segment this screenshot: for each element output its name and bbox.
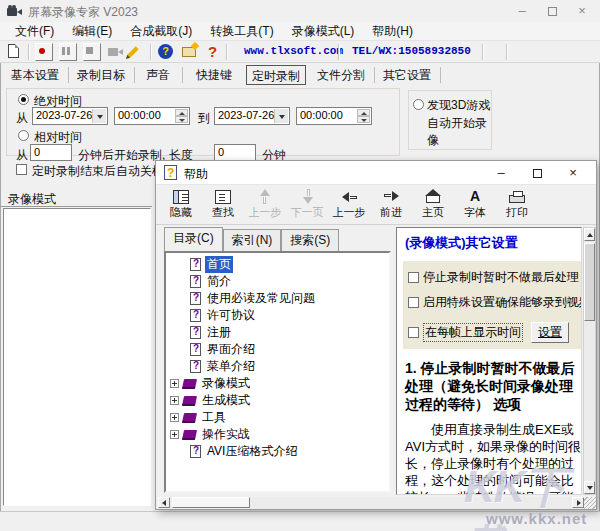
hide-button[interactable]: 隐藏 (160, 187, 202, 223)
scroll-right-icon[interactable] (572, 497, 584, 508)
horizontal-scroll-thumb[interactable] (172, 497, 250, 508)
new-file-icon[interactable] (4, 43, 24, 61)
website-link[interactable]: www.tlxsoft.com (244, 45, 343, 57)
tree-item[interactable]: 工具 (168, 409, 389, 426)
home-button[interactable]: 主页 (412, 187, 454, 223)
forward-button[interactable]: 前进 (370, 187, 412, 223)
tree-item[interactable]: 首页 (168, 256, 389, 273)
date-from-combobox[interactable]: 2023-07-26 (32, 107, 108, 125)
main-toolbar: ? ? www.tlxsoft.com TEL/WX:15058932850 (0, 41, 600, 63)
tree-item[interactable]: 录像模式 (168, 375, 389, 392)
resize-grip[interactable] (584, 497, 596, 509)
record-mode-listbox[interactable] (3, 208, 151, 506)
option3-checkbox (408, 327, 419, 338)
main-minimize-button[interactable]: – (508, 0, 536, 22)
absolute-time-radio[interactable] (18, 94, 29, 105)
help-dialog: 帮助 – × 隐藏 查找 上一步 下一页 上 (155, 160, 597, 510)
relative-time-radio[interactable] (18, 130, 29, 141)
scroll-up-icon[interactable] (584, 228, 595, 241)
help-contents-tree[interactable]: 首页 简介 使用必读及常见问题 许可协议 注册 界面介绍 菜单介绍 录像模式 生… (164, 251, 391, 493)
register-icon[interactable] (180, 43, 200, 61)
locate-button[interactable]: 查找 (202, 187, 244, 223)
shutdown-checkbox[interactable] (16, 164, 27, 175)
help-question-icon[interactable]: ? (204, 43, 224, 61)
help-dialog-icon (164, 165, 177, 180)
menu-capture[interactable]: 合成截取(J) (121, 22, 201, 41)
content-vertical-scrollbar[interactable] (583, 227, 596, 495)
toolbar-separator (28, 44, 29, 60)
tab-record-target[interactable]: 录制目标 (72, 65, 130, 85)
expand-plus-icon[interactable] (170, 379, 179, 388)
tree-item[interactable]: 注册 (168, 324, 389, 341)
scroll-down-icon[interactable] (584, 481, 595, 494)
record-icon[interactable] (34, 43, 54, 61)
tab-timed-recording[interactable]: 定时录制 (246, 65, 306, 85)
horizontal-scrollbar[interactable] (158, 497, 584, 509)
tree-item[interactable]: 界面介绍 (168, 341, 389, 358)
tab-sound[interactable]: 声音 (138, 65, 178, 85)
tab-index[interactable]: 索引(N) (223, 229, 282, 251)
tab-contents[interactable]: 目录(C) (164, 227, 223, 251)
menu-file[interactable]: 文件(F) (6, 22, 63, 41)
toolbar-separator (482, 44, 483, 60)
tab-file-split[interactable]: 文件分割 (312, 65, 370, 85)
tree-item[interactable]: AVI压缩格式介绍 (168, 443, 389, 460)
menu-convert-tools[interactable]: 转换工具(T) (201, 22, 282, 41)
web-help-icon[interactable]: ? (156, 43, 176, 61)
scroll-left-icon[interactable] (158, 497, 170, 508)
help-content-pane[interactable]: (录像模式)其它设置 停止录制时暂时不做最后处理 (避免长时 启用特殊设置确保能… (396, 227, 582, 495)
printer-icon (509, 188, 525, 205)
date-to-combobox[interactable]: 2023-07-26 (214, 107, 290, 125)
dropdown-arrow-icon[interactable] (92, 109, 106, 123)
tree-item[interactable]: 使用必读及常见问题 (168, 290, 389, 307)
print-button[interactable]: 打印 (496, 187, 538, 223)
app-camera-icon (7, 6, 22, 16)
game3d-label-line2: 自动开始录像 (427, 115, 491, 149)
time-to-spinner[interactable]: 00:00:00 (296, 107, 372, 125)
help-maximize-button[interactable] (522, 162, 552, 183)
tab-other-settings[interactable]: 其它设置 (378, 65, 436, 85)
tree-item[interactable]: 操作实战 (168, 426, 389, 443)
toolbar-separator (506, 44, 507, 60)
book-icon (182, 396, 197, 406)
tree-item[interactable]: 简介 (168, 273, 389, 290)
expand-plus-icon[interactable] (170, 396, 179, 405)
tab-hotkeys[interactable]: 快捷键 (190, 65, 238, 85)
expand-plus-icon[interactable] (170, 430, 179, 439)
menu-help[interactable]: 帮助(H) (363, 22, 422, 41)
dropdown-arrow-icon[interactable] (274, 109, 288, 123)
spinner-buttons[interactable] (175, 109, 188, 123)
relative-from-input[interactable]: 0 (30, 144, 72, 161)
option-row: 停止录制时暂时不做最后处理 (避免长时 (408, 269, 582, 286)
help-toolbar: 隐藏 查找 上一步 下一页 上一步 前进 (156, 185, 596, 225)
tree-item[interactable]: 菜单介绍 (168, 358, 389, 375)
option-row: 在每帧上显示时间 设置 (408, 322, 569, 343)
help-topic-icon (190, 258, 201, 271)
font-button[interactable]: A 字体 (454, 187, 496, 223)
right-arrow-icon (384, 188, 399, 205)
menu-edit[interactable]: 编辑(E) (63, 22, 121, 41)
content-heading: (录像模式)其它设置 (405, 234, 579, 252)
pen-icon[interactable] (128, 43, 148, 61)
toolbar-separator (338, 44, 339, 60)
tree-item[interactable]: 生成模式 (168, 392, 389, 409)
relative-length-input[interactable]: 0 (214, 144, 256, 161)
time-from-spinner[interactable]: 00:00:00 (114, 107, 190, 125)
game3d-radio[interactable] (413, 99, 424, 110)
back-button[interactable]: 上一步 (328, 187, 370, 223)
main-maximize-button[interactable] (538, 0, 566, 22)
spinner-buttons[interactable] (357, 109, 370, 123)
vertical-scroll-thumb[interactable] (584, 243, 595, 321)
tree-item[interactable]: 许可协议 (168, 307, 389, 324)
tab-search[interactable]: 搜索(S) (281, 229, 339, 251)
tab-basic-settings[interactable]: 基本设置 (6, 65, 64, 85)
help-close-button[interactable]: × (558, 162, 588, 183)
game3d-label-line1: 发现3D游戏 (427, 97, 490, 114)
settings-button: 设置 (531, 322, 569, 343)
option1-checkbox (408, 272, 419, 283)
main-close-button[interactable]: × (568, 0, 596, 22)
menu-record-mode[interactable]: 录像模式(L) (283, 22, 364, 41)
help-minimize-button[interactable]: – (486, 162, 516, 183)
expand-plus-icon[interactable] (170, 413, 179, 422)
main-menubar: 文件(F) 编辑(E) 合成截取(J) 转换工具(T) 录像模式(L) 帮助(H… (0, 22, 600, 41)
